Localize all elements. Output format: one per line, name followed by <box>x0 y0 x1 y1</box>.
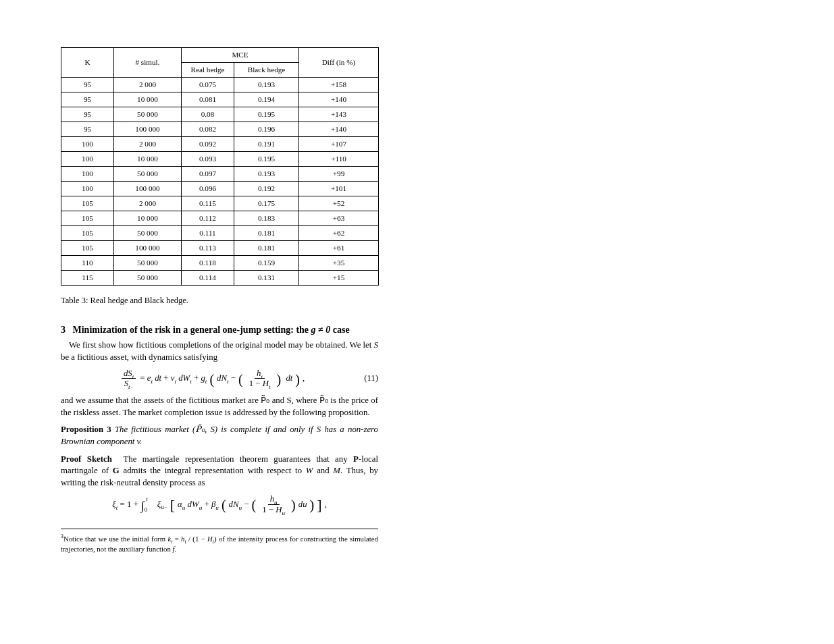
body-paragraph: and we assume that the assets of the fic… <box>61 395 378 419</box>
table-row: 1052 0000.1150.175+52 <box>61 196 379 211</box>
table-row: 11050 0000.1180.159+35 <box>61 256 379 271</box>
equation-density: ξt = 1 + ∫0t ξu− [ αu dWu + βu ( dNu − (… <box>61 495 378 514</box>
table-row: 10550 0000.1110.181+62 <box>61 226 379 241</box>
proof-paragraph: Proof Sketch The martingale representati… <box>61 454 378 489</box>
table-row: 105100 0000.1130.181+61 <box>61 241 379 256</box>
table-caption: Table 3: Real hedge and Black hedge. <box>61 295 378 306</box>
col-header-mce: MCE <box>182 48 299 63</box>
equation-11: dStSt− = et dt + vt dWt + gt ( dNt − ( h… <box>61 369 378 389</box>
table-row: 10050 0000.0970.193+99 <box>61 167 379 182</box>
table-row: 1002 0000.0920.191+107 <box>61 137 379 152</box>
table-row: 100100 0000.0960.192+101 <box>61 182 379 196</box>
table-row: 952 0000.0750.193+158 <box>61 78 379 92</box>
section-heading-3: 3 Minimization of the risk in a general … <box>61 325 773 336</box>
body-paragraph: We first show how fictitious completions… <box>61 340 378 363</box>
table-row: 95100 0000.0820.196+140 <box>61 122 379 137</box>
table-row: 11550 0000.1140.131+15 <box>61 271 379 286</box>
proposition-3: Proposition 3 The fictitious market (P̃₀… <box>61 424 378 448</box>
col-header-k: K <box>61 48 114 78</box>
table-row: 10010 0000.0930.195+110 <box>61 152 379 167</box>
table-row: 9550 0000.080.195+143 <box>61 107 379 122</box>
equation-label: (11) <box>364 373 378 383</box>
table-row: 10510 0000.1120.183+63 <box>61 211 379 226</box>
footnote-divider <box>61 529 378 529</box>
col-header-black: Black hedge <box>234 63 299 78</box>
footnote-3: 3Notice that we use the initial form kt … <box>61 533 378 554</box>
col-header-diff: Diff (in %) <box>299 48 379 78</box>
table-row: 9510 0000.0810.194+140 <box>61 92 379 107</box>
col-header-real: Real hedge <box>182 63 234 78</box>
results-table: K # simul. MCE Diff (in %) Real hedge Bl… <box>61 47 379 286</box>
col-header-sim: # simul. <box>114 48 182 78</box>
